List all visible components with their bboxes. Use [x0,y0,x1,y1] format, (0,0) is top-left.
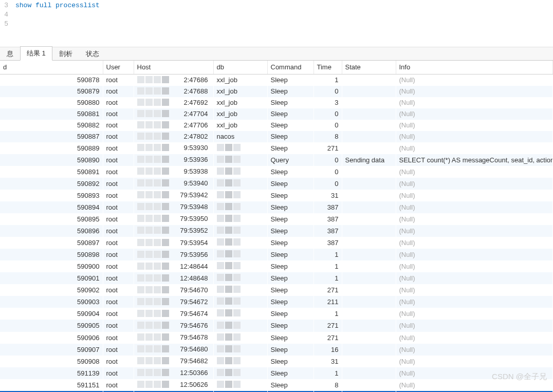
table-row[interactable]: 591139root12:50366Sleep1(Null) [0,367,553,379]
col-command[interactable]: Command [267,61,314,74]
processlist-table: d User Host db Command Time State Info 5… [0,61,553,392]
table-row[interactable]: 590887root2:47802nacosSleep8(Null) [0,131,553,142]
cell-state [342,260,396,272]
cell-state: Sending data [342,154,396,166]
cell-host: 79:54680 [134,344,213,356]
cell-info: (Null) [396,272,553,284]
cell-id: 590906 [0,332,103,344]
cell-id: 590894 [0,201,103,213]
cell-id: 591151 [0,379,103,391]
cell-db [213,142,267,154]
table-row[interactable]: 590889root9:53930Sleep271(Null) [0,142,553,154]
cell-command: Sleep [267,142,314,154]
cell-time: 8 [314,131,342,142]
cell-time: 16 [314,344,342,356]
table-row[interactable]: 590904root79:54674Sleep1(Null) [0,308,553,320]
cell-user: root [103,332,134,344]
table-row[interactable]: 590892root9:53940Sleep0(Null) [0,178,553,190]
cell-db [213,332,267,344]
sql-editor[interactable]: 3 4 5 show full processlist [0,0,553,47]
line-number: 3 [0,1,8,10]
cell-command: Sleep [267,201,314,213]
cell-db [213,260,267,272]
table-row[interactable]: 590893root79:53942Sleep31(Null) [0,190,553,201]
tab-3[interactable]: 状态 [79,47,106,61]
cell-command: Sleep [267,74,314,86]
table-row[interactable]: 590898root79:53956Sleep1(Null) [0,249,553,260]
cell-user: root [103,142,134,154]
cell-state [342,332,396,344]
col-time[interactable]: Time [314,61,342,74]
cell-command: Sleep [267,108,314,120]
cell-user: root [103,108,134,120]
cell-host: 79:53954 [134,237,213,249]
cell-command: Sleep [267,344,314,356]
tab-2[interactable]: 剖析 [52,47,79,61]
cell-user: root [103,249,134,260]
tab-1[interactable]: 结果 1 [20,46,52,61]
table-row[interactable]: 590896root79:53952Sleep387(Null) [0,225,553,237]
line-number-gutter: 3 4 5 [0,0,10,47]
cell-command: Sleep [267,178,314,190]
cell-time: 271 [314,142,342,154]
table-row[interactable]: 590900root12:48644Sleep1(Null) [0,260,553,272]
cell-state [342,367,396,379]
cell-user: root [103,356,134,367]
col-host[interactable]: Host [134,61,213,74]
cell-state [342,97,396,108]
table-row[interactable]: 590902root79:54670Sleep271(Null) [0,284,553,296]
table-row[interactable]: 590897root79:53954Sleep387(Null) [0,237,553,249]
col-info[interactable]: Info [396,61,553,74]
cell-id: 590902 [0,284,103,296]
cell-time: 1 [314,272,342,284]
tab-0[interactable]: 息 [0,47,20,61]
table-row[interactable]: 590891root9:53938Sleep0(Null) [0,166,553,178]
table-row[interactable]: 590882root2:47706xxl_jobSleep0(Null) [0,120,553,131]
col-user[interactable]: User [103,61,134,74]
table-row[interactable]: 590906root79:54678Sleep271(Null) [0,332,553,344]
cell-state [342,249,396,260]
cell-state [342,74,396,86]
table-row[interactable]: 590905root79:54676Sleep271(Null) [0,320,553,331]
table-row[interactable]: 590879root2:47688xxl_jobSleep0(Null) [0,86,553,97]
cell-db: xxl_job [213,108,267,120]
sql-code-area[interactable]: show full processlist [10,0,553,47]
cell-host: 79:53956 [134,249,213,260]
cell-state [342,284,396,296]
cell-db [213,284,267,296]
table-row[interactable]: 590890root9:53936Query0Sending dataSELEC… [0,154,553,166]
cell-time: 8 [314,379,342,391]
table-row[interactable]: 590881root2:47704xxl_jobSleep0(Null) [0,108,553,120]
table-row[interactable]: 590907root79:54680Sleep16(Null) [0,344,553,356]
col-id[interactable]: d [0,61,103,74]
table-row[interactable]: 590903root79:54672Sleep211(Null) [0,296,553,308]
cell-user: root [103,120,134,131]
table-row[interactable]: 590908root79:54682Sleep31(Null) [0,356,553,367]
cell-info: (Null) [396,308,553,320]
cell-id: 590898 [0,249,103,260]
col-state[interactable]: State [342,61,396,74]
cell-command: Sleep [267,332,314,344]
cell-time: 387 [314,201,342,213]
cell-id: 590895 [0,213,103,225]
cell-info: (Null) [396,166,553,178]
table-row[interactable]: 590894root79:53948Sleep387(Null) [0,201,553,213]
table-row[interactable]: 590901root12:48648Sleep1(Null) [0,272,553,284]
result-grid[interactable]: d User Host db Command Time State Info 5… [0,61,553,392]
cell-time: 0 [314,120,342,131]
cell-db [213,320,267,331]
cell-state [342,379,396,391]
table-row[interactable]: 591151root12:50626Sleep8(Null) [0,379,553,391]
cell-time: 31 [314,356,342,367]
table-row[interactable]: 590878root2:47686xxl_jobSleep1(Null) [0,74,553,86]
cell-state [342,272,396,284]
col-db[interactable]: db [213,61,267,74]
table-row[interactable]: 590895root79:53950Sleep387(Null) [0,213,553,225]
cell-time: 271 [314,332,342,344]
cell-db: xxl_job [213,86,267,97]
cell-info: (Null) [396,237,553,249]
cell-info: (Null) [396,320,553,331]
cell-db [213,379,267,391]
table-row[interactable]: 590880root2:47692xxl_jobSleep3(Null) [0,97,553,108]
cell-state [342,190,396,201]
